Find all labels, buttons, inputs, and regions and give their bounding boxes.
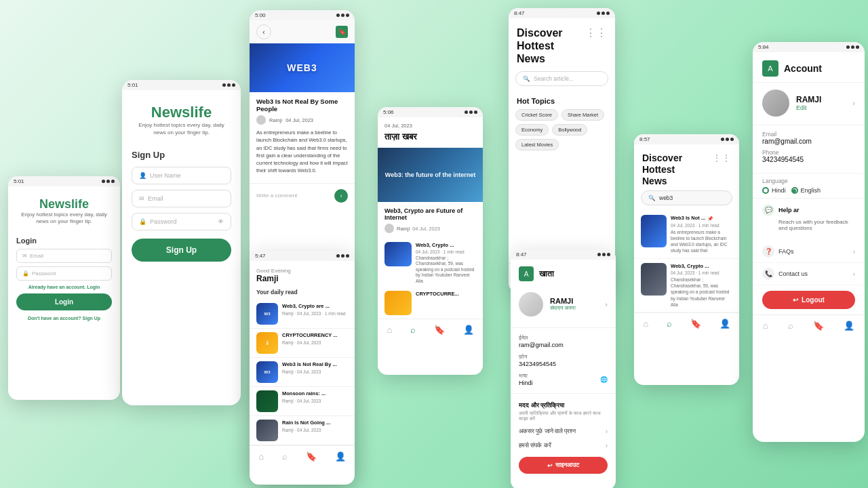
account-en-info: Email ram@gmail.com Phone 34234954545 <box>753 125 865 174</box>
language-options: Hindi English <box>762 187 821 194</box>
tag-bollywood[interactable]: Bollywood <box>552 124 587 136</box>
help-header-en: 💬 Help ar <box>762 204 855 216</box>
logout-button-en[interactable]: ↩ Logout <box>762 291 855 309</box>
phone-feed: 5:47 Good Evening Ramji Your daily read … <box>250 251 355 485</box>
comment-input[interactable]: Write a comment <box>256 192 297 199</box>
search-nav-icon[interactable]: ⌕ <box>282 451 288 462</box>
signup-button[interactable]: Sign Up <box>132 239 231 262</box>
faq-arrow-en: › <box>853 248 855 256</box>
status-bar-detail: 5:06 <box>378 107 483 117</box>
detail-author: Ramji <box>397 226 410 232</box>
lang-radio-hindi <box>762 187 769 194</box>
divider-2 <box>511 393 616 394</box>
language-icon: 🌐 <box>600 376 608 383</box>
login-button-small[interactable]: Login <box>16 293 112 310</box>
ds-search-active-icon[interactable]: ⌕ <box>667 319 672 329</box>
pin-icon: 📌 <box>707 216 713 222</box>
detail-home-icon[interactable]: ⌂ <box>387 325 392 335</box>
tag-cricket-score[interactable]: Cricket Score <box>515 109 558 121</box>
feed-meta-1: Ramji · 04 Jul, 2023 · 1 min read <box>282 311 348 316</box>
login-link-small[interactable]: Login <box>87 285 100 289</box>
lang-english[interactable]: English <box>791 187 821 194</box>
back-button[interactable]: ‹ <box>256 24 271 39</box>
ds-search-bar[interactable]: 🔍 web3 <box>641 190 732 205</box>
article-detail-hero: Web3: the future of the internet <box>378 148 483 202</box>
feed-item-3[interactable]: W3 Web3 Is Not Real By ... Ramji · 04 Ju… <box>250 358 355 387</box>
password-field-signup[interactable]: 🔒 Password 👁 <box>132 213 231 230</box>
home-nav-icon[interactable]: ⌂ <box>258 451 264 462</box>
bookmark-nav-icon[interactable]: 🔖 <box>306 451 317 462</box>
ds-profile-icon[interactable]: 👤 <box>719 319 730 329</box>
divider-1 <box>511 327 616 328</box>
password-field-small[interactable]: 🔒 Password <box>16 266 112 281</box>
feed-title-1: Web3, Crypto are ... <box>282 303 348 310</box>
already-account-text: Already have an account. Login <box>16 285 112 289</box>
language-row-hindi: भाषा Hindi 🌐 <box>511 370 616 389</box>
lang-hindi[interactable]: Hindi <box>762 187 786 194</box>
article-body: As entrepreneurs make a beeline to launc… <box>250 129 355 180</box>
tag-economy[interactable]: Economy <box>515 124 549 136</box>
acc-search-icon[interactable]: ⌕ <box>788 321 793 331</box>
feed-title-3: Web3 Is Not Real By ... <box>282 361 348 368</box>
related-item-1[interactable]: Web3, Crypto ... 04 Jul, 2023 · 1 min re… <box>378 239 483 287</box>
logout-button-hindi[interactable]: ↩ साइनआउट <box>519 457 608 474</box>
account-hindi-profile: RAMJI संपादन करना › <box>511 288 616 323</box>
contact-menu-en[interactable]: 📞 Contact us › <box>753 263 865 285</box>
phone-login-small: 5:01 Newslife Enjoy hottest topics every… <box>8 176 120 400</box>
feed-item-2[interactable]: ₿ CRYPTOCURRENCY ... Ramji · 04 Jul, 202… <box>250 329 355 358</box>
article-detail-heading: ताज़ा खबर <box>378 131 483 148</box>
acc-profile-icon[interactable]: 👤 <box>844 321 854 331</box>
username-field[interactable]: 👤 User Name <box>132 167 231 184</box>
ds-bookmark-icon[interactable]: 🔖 <box>690 319 701 329</box>
language-section-en: Language Hindi English <box>753 174 865 199</box>
bookmark-icon[interactable]: 🔖 <box>336 26 348 38</box>
article-date: 04 Jul, 2023 <box>285 117 313 123</box>
ds-grid-icon[interactable]: ⋮⋮ <box>712 152 731 163</box>
help-section-en: 💬 Help ar Reach us with your feedback an… <box>753 199 865 241</box>
phone-discover-search: 8:57 Discover HottestNews ⋮⋮ 🔍 web3 Web3… <box>634 134 739 385</box>
faq-menu-hindi[interactable]: अकसर पूछे जाने वाले प्रश्न › <box>511 424 616 439</box>
email-field-small[interactable]: ✉ Email <box>16 249 112 263</box>
contact-menu-hindi[interactable]: हमसे संपर्क करें › <box>511 439 616 453</box>
ds-search-icon: 🔍 <box>648 195 656 201</box>
signup-link-small[interactable]: Sign Up <box>83 316 100 321</box>
result-title-2: Web3, Crypto ... <box>671 263 732 270</box>
detail-bookmark-icon[interactable]: 🔖 <box>434 325 445 335</box>
feed-item-4[interactable]: Monsoon rains: ... Ramji · 04 Jul, 2023 <box>250 387 355 416</box>
feed-item-5[interactable]: Rain Is Not Going ... Ramji · 04 Jul, 20… <box>250 416 355 445</box>
profile-nav-icon[interactable]: 👤 <box>335 451 346 462</box>
discover-search-bar[interactable]: 🔍 Search article... <box>515 71 608 86</box>
discover-title: Discover HottestNews <box>517 26 585 66</box>
ds-home-icon[interactable]: ⌂ <box>643 319 648 329</box>
feed-meta-5: Ramji · 04 Jul, 2023 <box>282 428 348 432</box>
status-bar-article: 5:00 <box>250 10 355 20</box>
signup-title: Sign Up <box>132 150 231 160</box>
faq-menu-en[interactable]: ❓ FAQs › <box>753 241 865 263</box>
feed-item-1[interactable]: W3 Web3, Crypto are ... Ramji · 04 Jul, … <box>250 300 355 329</box>
detail-profile-icon[interactable]: 👤 <box>463 325 474 335</box>
app-subtitle-login-small: Enjoy hottest topics every day, daily ne… <box>16 211 112 226</box>
account-hindi-action[interactable]: संपादन करना <box>550 305 576 312</box>
help-section-hindi: मदद और प्रतिक्रिया अपनी प्रतिक्रिया और प… <box>511 398 616 424</box>
tag-share-market[interactable]: Share Market <box>561 109 604 121</box>
account-hindi-name: RAMJI <box>550 297 576 305</box>
feed-thumb-5 <box>256 420 278 441</box>
phone-article-detail: 5:06 04 Jul, 2023 ताज़ा खबर Web3: the fu… <box>378 107 483 375</box>
tag-latest-movies[interactable]: Latest Movies <box>515 139 559 150</box>
ds-header: Discover HottestNews ⋮⋮ <box>634 144 739 190</box>
acc-home-icon[interactable]: ⌂ <box>763 321 768 331</box>
email-field-signup[interactable]: ✉ Email <box>132 190 231 207</box>
app-header-login-small: Newslife Enjoy hottest topics every day,… <box>8 186 120 231</box>
password-icon-signup: 🔒 <box>139 218 146 225</box>
send-button[interactable]: › <box>334 189 348 203</box>
result-item-1[interactable]: Web3 Is Not ... 📌 04 Jul, 2023 · 1 min r… <box>634 211 739 258</box>
acc-bookmark-icon[interactable]: 🔖 <box>813 321 824 331</box>
grid-icon[interactable]: ⋮⋮ <box>585 26 607 39</box>
status-bar-feed: 5:47 <box>250 251 355 261</box>
status-bar-discover: 8:47 <box>509 8 615 18</box>
article-hero-image: WEB3 <box>250 43 355 92</box>
account-en-edit[interactable]: Edit <box>796 104 846 111</box>
detail-search-icon[interactable]: ⌕ <box>410 325 416 335</box>
result-item-2[interactable]: Web3, Crypto ... 04 Jul, 2023 · 1 min re… <box>634 259 739 312</box>
related-item-2[interactable]: CRYPTOCURRE... <box>378 287 483 319</box>
